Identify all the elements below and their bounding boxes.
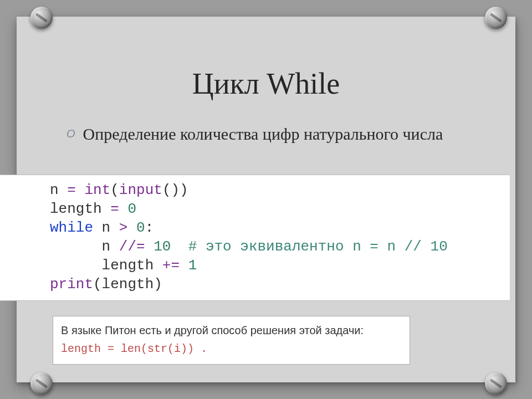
code-line-2: length = 0 [50, 200, 500, 218]
screw-top-left [30, 7, 53, 29]
alt-code-line: length = len(str(i)) . [61, 341, 402, 357]
subtitle-block: O Определение количества цифр натурально… [66, 123, 493, 145]
screw-bottom-right [485, 372, 507, 395]
code-line-6: print(length) [50, 275, 500, 294]
code-block-alt: В языке Питон есть и другой способ решен… [53, 316, 410, 365]
code-line-5: length += 1 [50, 256, 500, 275]
code-block-main: n = int(input()) length = 0 while n > 0:… [0, 175, 510, 301]
alt-description: В языке Питон есть и другой способ решен… [61, 322, 402, 339]
bullet-marker: O [66, 123, 75, 144]
code-line-3: while n > 0: [50, 218, 500, 237]
slide-title: Цикл While [0, 66, 532, 101]
subtitle-text: Определение количества цифр натурального… [83, 123, 443, 145]
screw-top-right [485, 7, 507, 29]
code-line-4: n //= 10 # это эквивалентно n = n // 10 [50, 237, 500, 256]
screw-bottom-left [30, 372, 53, 395]
code-line-1: n = int(input()) [50, 181, 500, 200]
